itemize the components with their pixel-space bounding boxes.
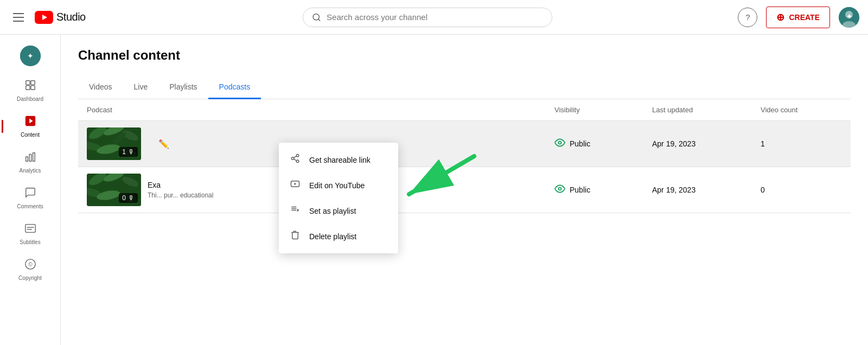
- menu-shareable-label: Get shareable link: [309, 156, 371, 164]
- sidebar: ✦ Dashboard Content: [0, 35, 61, 345]
- help-button[interactable]: ?: [738, 8, 757, 27]
- context-menu: Get shareable link Edit on YouTube: [279, 143, 398, 253]
- edit-pencil-1[interactable]: ✏️: [158, 139, 169, 149]
- create-label: CREATE: [789, 13, 820, 22]
- sidebar-item-comments[interactable]: Comments: [6, 180, 55, 216]
- visibility-cell-1: Public: [554, 137, 652, 151]
- svg-rect-13: [30, 86, 34, 90]
- svg-point-33: [296, 155, 299, 157]
- visibility-label-2: Public: [570, 186, 590, 194]
- page-title: Channel content: [78, 48, 851, 63]
- svg-rect-11: [30, 81, 34, 85]
- sidebar-item-subtitles[interactable]: Subtitles: [6, 216, 55, 252]
- thumbnail-overlay-2: 0 🎙: [119, 193, 138, 203]
- sidebar-avatar-icon: ✦: [20, 46, 41, 66]
- tab-live[interactable]: Live: [123, 76, 159, 99]
- content-icon: [24, 115, 36, 130]
- search-bar[interactable]: [303, 8, 552, 27]
- thumbnail-1: 1 🎙: [87, 127, 141, 160]
- sidebar-dashboard-label: Dashboard: [17, 96, 43, 102]
- podcast-desc-2: Thi... pur... educational: [148, 191, 213, 199]
- svg-line-37: [293, 156, 296, 158]
- sidebar-item-analytics[interactable]: Analytics: [6, 144, 55, 180]
- thumbnail-2: 0 🎙: [87, 174, 141, 206]
- menu-item-edit-yt[interactable]: Edit on YouTube: [279, 173, 398, 198]
- header-left: Studio: [9, 9, 117, 26]
- studio-label: Studio: [56, 11, 86, 23]
- sidebar-item-avatar[interactable]: ✦: [6, 39, 55, 73]
- menu-delete-label: Delete playlist: [309, 232, 356, 241]
- trash-icon: [290, 230, 301, 242]
- podcast-mic-icon-2: 🎙: [128, 194, 135, 202]
- main-content: Channel content Videos Live Playlists Po…: [61, 35, 868, 345]
- menu-item-delete[interactable]: Delete playlist: [279, 223, 398, 249]
- table-header: Podcast Visibility Last updated Video co…: [78, 99, 851, 121]
- sidebar-item-content[interactable]: Content: [6, 108, 55, 144]
- col-visibility: Visibility: [554, 106, 652, 114]
- create-plus-icon: ⊕: [776, 11, 784, 23]
- svg-marker-39: [295, 183, 297, 186]
- copyright-icon: ©: [24, 258, 36, 273]
- svg-rect-17: [29, 154, 31, 161]
- create-button[interactable]: ⊕ CREATE: [766, 7, 830, 28]
- sidebar-analytics-label: Analytics: [19, 168, 41, 174]
- help-icon: ?: [745, 12, 750, 22]
- svg-rect-18: [33, 153, 35, 162]
- col-video-count: Video count: [761, 106, 842, 114]
- thumbnail-overlay-1: 1 🎙: [119, 147, 138, 157]
- logo[interactable]: Studio: [35, 11, 86, 24]
- last-updated-1: Apr 19, 2023: [652, 139, 761, 148]
- sidebar-item-copyright[interactable]: © Copyright: [6, 252, 55, 288]
- sidebar-copyright-label: Copyright: [18, 275, 42, 281]
- video-count-1: 1: [761, 139, 842, 148]
- search-icon: [312, 12, 321, 22]
- tab-playlists[interactable]: Playlists: [158, 76, 208, 99]
- sidebar-item-dashboard[interactable]: Dashboard: [6, 73, 55, 108]
- svg-point-35: [296, 160, 299, 163]
- eye-icon-1: [554, 137, 565, 151]
- svg-point-32: [559, 141, 561, 144]
- tab-videos[interactable]: Videos: [78, 76, 123, 99]
- table-row: 0 🎙 Exa Thi... pur... educational Public: [78, 167, 851, 213]
- menu-set-playlist-label: Set as playlist: [309, 207, 356, 215]
- avatar-icon: ✦: [839, 7, 859, 28]
- visibility-cell-2: Public: [554, 183, 652, 197]
- hamburger-menu[interactable]: [9, 9, 28, 26]
- play-box-icon: [290, 179, 301, 191]
- share-icon: [290, 154, 301, 166]
- menu-edit-yt-label: Edit on YouTube: [309, 181, 365, 190]
- tab-podcasts[interactable]: Podcasts: [208, 76, 261, 99]
- svg-rect-19: [25, 225, 35, 233]
- search-input[interactable]: [327, 12, 543, 22]
- svg-line-3: [318, 19, 320, 21]
- count-badge-2: 0: [122, 194, 126, 202]
- comments-icon: [24, 187, 36, 201]
- menu-item-set-playlist[interactable]: Set as playlist: [279, 198, 398, 223]
- svg-rect-10: [25, 81, 29, 85]
- header-center: [117, 8, 738, 27]
- header: Studio ? ⊕ CREATE ✦: [0, 0, 868, 35]
- analytics-icon: [24, 151, 36, 165]
- sidebar-content-label: Content: [21, 132, 40, 138]
- podcast-info-2: Exa Thi... pur... educational: [148, 181, 213, 199]
- svg-text:✦: ✦: [846, 12, 852, 21]
- playlist-icon: [290, 205, 301, 217]
- menu-item-shareable[interactable]: Get shareable link: [279, 147, 398, 173]
- eye-icon-2: [554, 183, 565, 197]
- dashboard-icon: [24, 79, 36, 94]
- col-last-updated: Last updated: [652, 106, 761, 114]
- header-right: ? ⊕ CREATE ✦: [738, 7, 859, 28]
- podcast-mic-icon: 🎙: [128, 148, 135, 156]
- svg-text:✦: ✦: [27, 52, 34, 60]
- svg-line-36: [293, 159, 296, 161]
- avatar[interactable]: ✦: [839, 7, 859, 28]
- layout: ✦ Dashboard Content: [0, 35, 868, 345]
- sidebar-comments-label: Comments: [17, 203, 43, 209]
- table-row: 1 🎙 ✏️ Public Apr: [78, 121, 851, 167]
- podcast-title-2: Exa: [148, 181, 213, 189]
- last-updated-2: Apr 19, 2023: [652, 186, 761, 194]
- svg-marker-43: [297, 209, 299, 212]
- svg-point-53: [559, 187, 561, 190]
- col-podcast: Podcast: [87, 106, 554, 114]
- visibility-label-1: Public: [570, 139, 590, 148]
